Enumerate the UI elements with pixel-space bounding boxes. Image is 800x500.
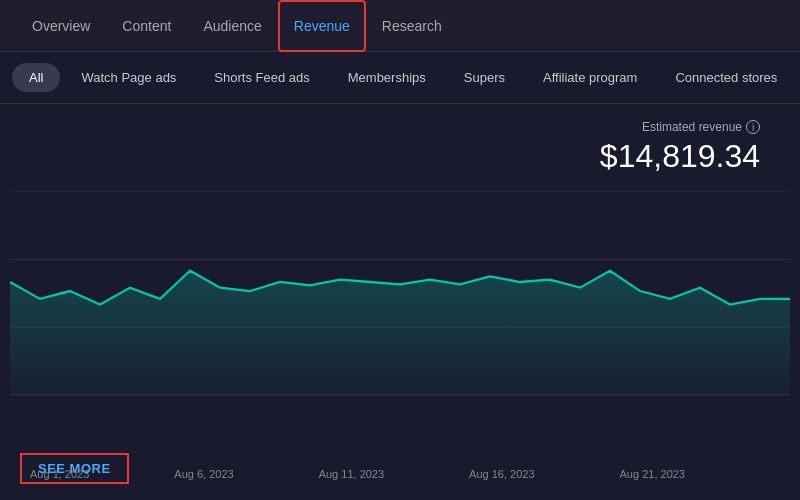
tab-revenue[interactable]: Revenue <box>278 0 366 52</box>
top-navigation: Overview Content Audience Revenue Resear… <box>0 0 800 52</box>
subtab-supers[interactable]: Supers <box>447 63 522 92</box>
revenue-chart <box>10 124 790 440</box>
chart-container <box>0 104 800 440</box>
subtab-memberships[interactable]: Memberships <box>331 63 443 92</box>
x-label-4: Aug 21, 2023 <box>620 468 685 480</box>
subtab-affiliate-program[interactable]: Affiliate program <box>526 63 654 92</box>
subtab-watch-page-ads[interactable]: Watch Page ads <box>64 63 193 92</box>
sub-tab-bar: All Watch Page ads Shorts Feed ads Membe… <box>0 52 800 104</box>
tab-content[interactable]: Content <box>106 0 187 52</box>
tab-research[interactable]: Research <box>366 0 458 52</box>
subtab-shorts-feed-ads[interactable]: Shorts Feed ads <box>197 63 326 92</box>
see-more-button[interactable]: SEE MORE <box>20 453 129 484</box>
main-content: Estimated revenue i $14,819.34 A <box>0 104 800 500</box>
x-label-1: Aug 6, 2023 <box>174 468 233 480</box>
x-label-3: Aug 16, 2023 <box>469 468 534 480</box>
x-label-2: Aug 11, 2023 <box>319 468 384 480</box>
subtab-all[interactable]: All <box>12 63 60 92</box>
subtab-connected-stores[interactable]: Connected stores <box>658 63 794 92</box>
tab-audience[interactable]: Audience <box>187 0 277 52</box>
tab-overview[interactable]: Overview <box>16 0 106 52</box>
